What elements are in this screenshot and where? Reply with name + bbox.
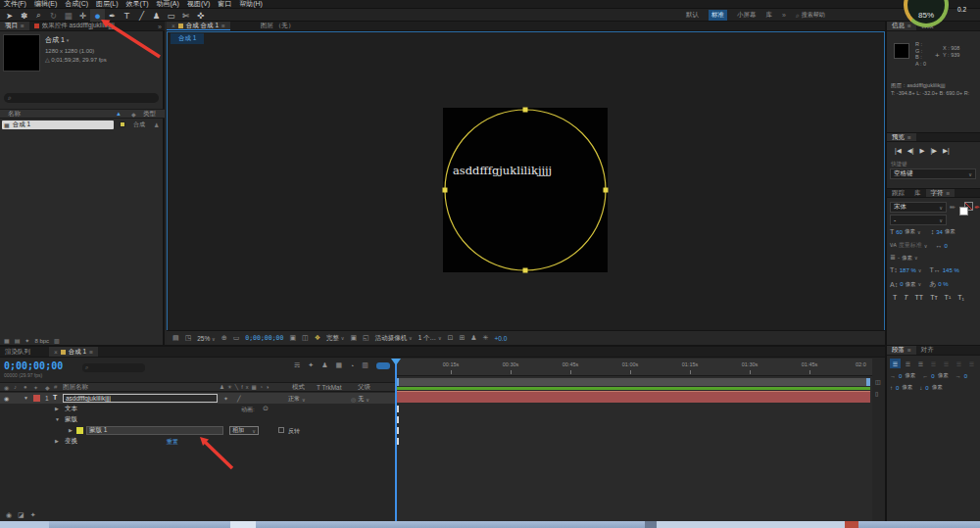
leading-value[interactable]: 34	[936, 229, 943, 235]
layer-label-color[interactable]	[33, 395, 40, 402]
shape-path-ellipse[interactable]	[443, 108, 608, 272]
project-list-header[interactable]: 名称 ▲ ◆ 类型	[0, 109, 165, 119]
mask-inverted-checkbox[interactable]	[278, 427, 284, 433]
horizontal-scale-value[interactable]: 145 %	[943, 267, 959, 273]
justify-last-left-button[interactable]: ☰	[928, 359, 939, 368]
font-size-value[interactable]: 60	[896, 229, 903, 235]
property-row-transform[interactable]: ▶ 变换 重置	[0, 436, 395, 447]
always-preview-icon[interactable]: ▤	[172, 334, 179, 342]
hide-shy-layers-icon[interactable]: ♟	[321, 361, 327, 369]
hand-tool[interactable]: ✽	[17, 9, 31, 22]
quality-switch-icon[interactable]: ✦	[223, 395, 228, 402]
small-caps-button[interactable]: Tᴛ	[930, 294, 937, 301]
column-name[interactable]: 名称	[0, 110, 21, 119]
layer-name-column[interactable]: 图层名称	[63, 383, 88, 392]
menu-window[interactable]: 窗口	[214, 0, 235, 9]
first-line-indent-value[interactable]: 0	[964, 373, 967, 379]
layer-row-1[interactable]: ◉ ▼ 1 T asddfffgjuklilikjjjj ✦ ╱ 正常∨ ◎ 无…	[0, 393, 395, 404]
comp-button-icon[interactable]: ▯	[875, 390, 878, 397]
transparency-grid-icon[interactable]: ◱	[363, 334, 369, 342]
comp-mini-flowchart-icon[interactable]: ☴	[294, 361, 300, 369]
tracking-value[interactable]: 0	[944, 243, 947, 249]
panel-menu-icon[interactable]: ≡	[221, 23, 225, 29]
mode-column[interactable]: 模式	[292, 383, 305, 392]
expand-layer-switches-icon[interactable]: ◉	[6, 511, 12, 519]
chevron-down-icon[interactable]: ∨	[918, 281, 922, 287]
menu-animation[interactable]: 动画(A)	[153, 0, 183, 9]
chevron-down-icon[interactable]: ∨	[917, 229, 921, 235]
tab-character[interactable]: 字符≡	[926, 189, 956, 197]
brush-tool[interactable]: ╱	[134, 9, 149, 22]
flowchart-icon[interactable]: ♟	[154, 121, 159, 128]
expand-inout-panes-icon[interactable]: ✦	[30, 511, 36, 519]
label-column-icon[interactable]: ◆	[131, 111, 136, 118]
motion-blur-icon[interactable]: ◔	[350, 362, 354, 369]
rulers-icon[interactable]: ⊕	[221, 334, 227, 342]
search-help[interactable]: ⌕ 搜索帮助	[796, 11, 825, 20]
all-caps-button[interactable]: TT	[915, 294, 924, 301]
tsume-value[interactable]: 0 %	[938, 281, 948, 287]
zoom-tool[interactable]: ⌕	[31, 9, 46, 22]
tab-tracker[interactable]: 跟踪	[887, 189, 909, 197]
pan-behind-tool[interactable]: ✛	[75, 9, 90, 22]
menu-help[interactable]: 帮助(H)	[235, 0, 267, 9]
resolution-select[interactable]: 完整 ∨	[326, 334, 344, 343]
project-search-input[interactable]: ⌕	[4, 93, 159, 103]
selection-tool[interactable]: ➤	[2, 9, 17, 22]
play-button[interactable]: ▶	[919, 147, 924, 155]
magnification-icon[interactable]: ◳	[185, 334, 192, 342]
work-area-end-handle[interactable]	[866, 378, 870, 386]
previous-frame-button[interactable]: ◀|	[907, 147, 914, 155]
puppet-pin-tool[interactable]: ✜	[193, 9, 208, 22]
roto-brush-tool[interactable]: ✄	[178, 9, 193, 22]
timeline-timecode[interactable]: 0;00;00;00	[4, 360, 63, 371]
composition-canvas[interactable]: asddfffgjuklilikjjjj	[443, 108, 608, 272]
space-after-value[interactable]: 0	[925, 385, 928, 391]
shortcut-select[interactable]: 空格键 ∨	[890, 168, 976, 179]
zoom-level[interactable]: 25% ∨	[197, 335, 216, 342]
panel-menu-icon[interactable]: ≡	[89, 349, 93, 356]
parent-column[interactable]: 父级	[358, 383, 370, 392]
pickwhip-icon[interactable]: ◎	[351, 396, 356, 403]
mask-color-chip[interactable]	[76, 427, 83, 434]
visibility-eye-icon[interactable]: ◉	[4, 395, 9, 402]
trkmat-column[interactable]: T TrkMat	[317, 384, 342, 391]
project-row-comp1[interactable]: ▦ 合成 1 合成 ♟	[0, 120, 165, 129]
pixel-aspect-icon[interactable]: ⊞	[459, 334, 465, 342]
effects-switch-icon[interactable]: ╱	[237, 395, 241, 402]
expander-icon[interactable]: ▶	[55, 438, 59, 444]
workspace-default[interactable]: 默认	[686, 11, 699, 20]
taskbar-start-segment[interactable]	[0, 521, 49, 528]
chevron-down-icon[interactable]: ∨	[918, 267, 922, 273]
sort-ascending-icon[interactable]: ▲	[116, 111, 122, 117]
transform-reset-link[interactable]: 重置	[167, 438, 178, 447]
mini-flowchart-icon[interactable]: ♟	[470, 334, 476, 342]
new-comp-icon[interactable]: ✦	[24, 337, 29, 344]
time-ruler[interactable]: 00:15s 00:30s 00:45s 01:00s 01:15s 01:30…	[395, 359, 872, 376]
label-color-chip[interactable]	[120, 121, 125, 127]
viewer-breadcrumb[interactable]: 合成 1	[171, 33, 204, 44]
menu-edit[interactable]: 编辑(E)	[30, 0, 61, 9]
timeline-search-input[interactable]: ⌕	[82, 363, 145, 372]
tab-composition[interactable]: × 合成 合成 1 ≡	[167, 22, 230, 30]
mask-visibility-icon[interactable]: ▭	[233, 334, 240, 342]
interpret-footage-icon[interactable]: ▦	[4, 337, 10, 344]
camera-tool[interactable]: ▦	[61, 9, 75, 22]
canvas-text-layer[interactable]: asddfffgjuklilikjjjj	[453, 164, 600, 177]
font-family-select[interactable]: 宋体 ∨	[890, 202, 947, 213]
next-frame-button[interactable]: |▶	[930, 147, 937, 155]
panel-menu-icon[interactable]: ≡	[21, 23, 24, 29]
graph-editor-icon[interactable]: ▥	[362, 361, 368, 369]
mask-mode-select[interactable]: 相加 ∨	[229, 426, 259, 435]
expander-icon[interactable]: ▼	[55, 416, 60, 422]
eyedropper-icon[interactable]: ✏	[950, 204, 956, 212]
align-right-button[interactable]: ☰	[915, 359, 926, 368]
tab-timeline-comp[interactable]: × 合成 1 ≡	[49, 347, 98, 357]
parent-select[interactable]: ◎ 无∨	[351, 395, 369, 404]
expand-transfer-controls-icon[interactable]: ◪	[18, 511, 24, 519]
grid-options-icon[interactable]: ⊡	[448, 334, 454, 342]
blend-mode-select[interactable]: 正常∨	[288, 395, 306, 404]
faux-italic-button[interactable]: T	[904, 294, 907, 301]
playhead-line[interactable]	[395, 359, 397, 523]
timeline-graph-area[interactable]: 00:15s 00:30s 00:45s 01:00s 01:15s 01:30…	[395, 359, 872, 523]
